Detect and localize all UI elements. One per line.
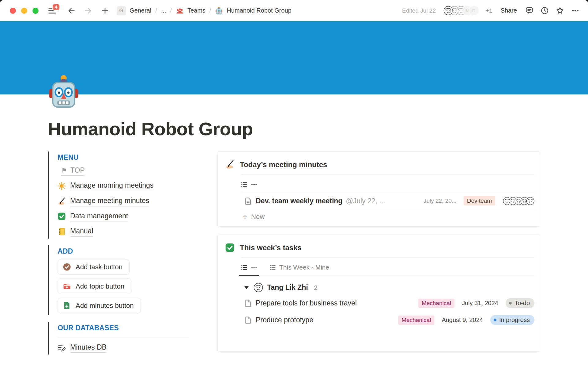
breadcrumb: G General / ... / Teams / Humanoid Robot… — [117, 6, 292, 15]
list-view-icon — [270, 264, 276, 271]
more-options-icon[interactable] — [571, 6, 579, 15]
flag-icon: ⚑ — [61, 167, 67, 174]
card-title: This week’s tasks — [240, 243, 302, 252]
meeting-minutes-card-header[interactable]: Today’s meeting minutes — [225, 160, 534, 169]
page-icon — [244, 316, 252, 324]
avatar — [526, 197, 534, 205]
collaborator-avatars[interactable]: M D — [443, 6, 479, 15]
attendee-avatars — [503, 197, 534, 205]
button-label: Add topic button — [76, 282, 124, 290]
breadcrumb-collapsed[interactable]: ... — [161, 7, 166, 14]
databases-heading: OUR DATABASES — [58, 324, 189, 332]
sun-icon — [58, 182, 66, 190]
menu-heading: MENU — [58, 153, 189, 162]
status-dot-icon — [509, 302, 512, 305]
zoom-window-button[interactable] — [32, 8, 39, 14]
workspace-initial-chip[interactable]: G — [117, 6, 126, 15]
breadcrumb-workspace[interactable]: General — [130, 7, 151, 14]
folder-plus-icon — [63, 282, 71, 290]
weekly-tasks-card-header[interactable]: This week’s tasks — [225, 243, 534, 252]
meeting-date: July 22, 20... — [424, 197, 457, 204]
menu-link-label: Manual — [70, 227, 93, 237]
view-tab-default[interactable]: --- — [241, 264, 257, 271]
history-clock-icon[interactable] — [541, 6, 549, 15]
status-label: To-do — [514, 300, 530, 307]
view-tabs: --- This Week - Mine — [241, 258, 534, 275]
minutes-db-link[interactable]: Minutes DB — [58, 343, 189, 353]
assignee-name: Tang Lik Zhi — [267, 283, 308, 292]
notification-badge: 4 — [53, 4, 59, 10]
comments-icon[interactable] — [525, 6, 533, 15]
due-date: July 31, 2024 — [462, 300, 498, 307]
share-button[interactable]: Share — [501, 7, 517, 14]
page-title[interactable]: Humanoid Robot Group — [48, 119, 540, 139]
new-tab-plus-icon[interactable] — [101, 6, 109, 15]
plus-icon: + — [243, 213, 247, 220]
status-dot-icon — [494, 319, 496, 321]
breadcrumb-teams[interactable]: Teams — [187, 7, 205, 14]
task-title: Produce prototype — [256, 316, 313, 324]
page-robot-icon[interactable] — [48, 74, 80, 109]
view-tab-label: --- — [251, 181, 257, 188]
meeting-row[interactable]: Dev. team weekly meeting @July 22, ... J… — [241, 192, 534, 209]
task-row[interactable]: Produce prototype Mechanical August 9, 2… — [241, 312, 534, 328]
forward-arrow-icon[interactable] — [84, 6, 92, 15]
breadcrumb-separator: / — [209, 7, 212, 14]
assignee-group-row[interactable]: Tang Lik Zhi 2 — [241, 275, 534, 295]
robot-icon — [215, 7, 223, 15]
sidebar-toggle-icon[interactable]: 4 — [48, 7, 59, 15]
more-collaborators-count[interactable]: +1 — [486, 7, 492, 14]
view-tab-this-week-mine[interactable]: This Week - Mine — [270, 264, 329, 271]
add-section: ADD Add task button Add topic button Add… — [48, 245, 189, 315]
new-row-button[interactable]: + New — [241, 209, 534, 222]
list-view-icon — [241, 181, 248, 188]
close-window-button[interactable] — [10, 8, 16, 14]
people-icon — [176, 7, 184, 15]
doc-plus-icon — [63, 301, 71, 310]
writing-hand-icon — [58, 197, 66, 205]
database-link-label: Minutes DB — [70, 343, 107, 353]
add-minutes-button[interactable]: Add minutes button — [58, 298, 141, 313]
menu-link-meeting-minutes[interactable]: Manage meeting minutes — [58, 196, 189, 206]
window-titlebar: 4 G General / ... / Teams / Humanoid Rob… — [0, 0, 588, 21]
view-tab-label: This Week - Mine — [279, 264, 329, 271]
breadcrumb-current-page[interactable]: Humanoid Robot Group — [227, 7, 291, 14]
category-tag: Mechanical — [418, 299, 454, 308]
new-row-label: New — [251, 213, 265, 221]
back-arrow-icon[interactable] — [67, 6, 76, 15]
menu-link-label: Manage morning meetings — [70, 181, 153, 191]
divider — [58, 338, 189, 338]
menu-link-label: Manage meeting minutes — [70, 196, 149, 206]
page-icon — [244, 197, 252, 205]
page-icon — [244, 299, 252, 307]
menu-section: MENU ⚑ TOP Manage morning meetings Manag… — [48, 151, 189, 239]
minimize-window-button[interactable] — [21, 8, 27, 14]
view-tab-default[interactable]: --- — [241, 181, 257, 188]
menu-link-top[interactable]: ⚑ TOP — [61, 166, 85, 176]
avatar — [254, 283, 263, 292]
task-row[interactable]: Prepare tools for business travel Mechan… — [241, 295, 534, 312]
meeting-date-mention: @July 22, ... — [346, 197, 385, 205]
window-controls — [10, 8, 39, 14]
add-task-button[interactable]: Add task button — [58, 259, 130, 275]
menu-link-label: Data management — [70, 212, 128, 222]
app-window: 4 G General / ... / Teams / Humanoid Rob… — [0, 0, 588, 368]
due-date: August 9, 2024 — [442, 316, 483, 324]
menu-link-manual[interactable]: Manual — [58, 227, 189, 237]
add-topic-button[interactable]: Add topic button — [58, 278, 131, 294]
list-pencil-icon — [58, 344, 66, 352]
button-label: Add task button — [76, 263, 123, 271]
view-tabs: --- — [241, 174, 534, 192]
menu-link-morning-meetings[interactable]: Manage morning meetings — [58, 181, 189, 191]
card-title: Today’s meeting minutes — [240, 160, 327, 169]
page-right-column: Today’s meeting minutes --- Dev. t — [217, 151, 540, 352]
favorite-star-icon[interactable] — [556, 6, 564, 15]
status-label: In progress — [499, 316, 530, 324]
add-heading: ADD — [58, 247, 189, 255]
menu-link-data-management[interactable]: Data management — [58, 212, 189, 222]
menu-link-label: TOP — [70, 166, 85, 174]
breadcrumb-separator: / — [155, 7, 157, 14]
breadcrumb-separator: / — [170, 7, 172, 14]
collapse-triangle-icon[interactable] — [244, 286, 249, 289]
page-left-column: MENU ⚑ TOP Manage morning meetings Manag… — [48, 151, 189, 361]
